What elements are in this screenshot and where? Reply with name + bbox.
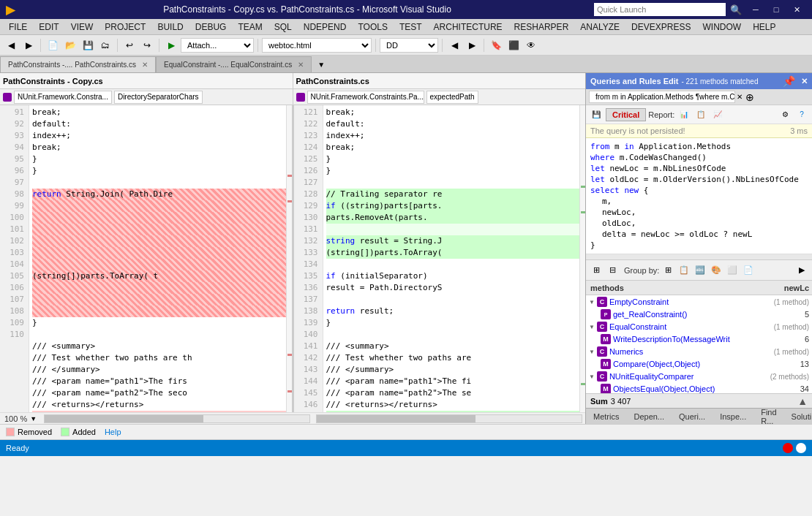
run-button[interactable]: ▶ bbox=[163, 37, 179, 53]
group-nunit-equality-header[interactable]: ▼ C NUnitEqualityComparer (2 methods) bbox=[586, 370, 812, 383]
close-button[interactable]: ✕ bbox=[787, 2, 806, 17]
report-btn2[interactable]: 📋 bbox=[693, 107, 708, 122]
report-btn3[interactable]: 📈 bbox=[710, 107, 725, 122]
ndepend-close-button[interactable]: ✕ bbox=[801, 77, 808, 86]
group-emptyconstraint-header[interactable]: ▼ C EmptyConstraint (1 method) bbox=[586, 295, 812, 308]
group-equalconstraint-header[interactable]: ▼ C EqualConstraint (1 method) bbox=[586, 320, 812, 333]
legend-help-link[interactable]: Help bbox=[105, 428, 121, 436]
left-method-dropdown[interactable]: DirectorySeparatorChars bbox=[114, 91, 203, 104]
tab-metrics[interactable]: Metrics bbox=[586, 411, 626, 422]
forward-button[interactable]: ▶ bbox=[20, 37, 37, 53]
right-line-140 bbox=[326, 329, 586, 341]
menu-edit[interactable]: EDIT bbox=[33, 20, 64, 34]
undo-button[interactable]: ↩ bbox=[121, 37, 138, 53]
save-all-button[interactable]: 🗂 bbox=[97, 37, 113, 53]
menu-ndepend[interactable]: NDEPEND bbox=[298, 20, 353, 34]
groupby-btn4[interactable]: 🎨 bbox=[709, 263, 723, 278]
left-class-dropdown[interactable]: NUnit.Framework.Constra... bbox=[14, 91, 112, 104]
ndepend-panel-title: Queries and Rules Edit bbox=[590, 77, 678, 86]
menu-team[interactable]: TEAM bbox=[232, 20, 268, 34]
right-method-dropdown[interactable]: expectedPath bbox=[426, 91, 478, 104]
minimize-button[interactable]: ─ bbox=[746, 2, 765, 17]
menu-test[interactable]: TEST bbox=[394, 20, 428, 34]
nav-forward-button[interactable]: ▶ bbox=[464, 37, 480, 53]
item-compare-obj[interactable]: M Compare(Object,Object) 13 bbox=[586, 358, 812, 370]
groupby-expand[interactable]: ▶ bbox=[794, 263, 809, 278]
query-scrollbar[interactable] bbox=[586, 254, 812, 260]
query-code[interactable]: from m in Application.Methods where m.Co… bbox=[586, 138, 812, 254]
query-tab-close[interactable]: ✕ bbox=[737, 93, 743, 101]
groupby-btn6[interactable]: 📄 bbox=[741, 263, 756, 278]
ndepend-pin-button[interactable]: 📌 bbox=[783, 75, 795, 87]
results-btn2[interactable]: ⊟ bbox=[605, 263, 620, 278]
right-code-header: PathConstraints.cs bbox=[293, 73, 586, 88]
menu-build[interactable]: BUILD bbox=[151, 20, 189, 34]
target-dropdown[interactable]: webtoc.html bbox=[262, 38, 372, 53]
query-tab[interactable]: from m in Application.Methods ¶where m.C… bbox=[589, 91, 735, 103]
item-objects-equal[interactable]: M ObjectsEqual(Object,Object) 34 bbox=[586, 383, 812, 393]
legend-bar: Removed Added Help bbox=[0, 424, 812, 440]
watch-button[interactable]: 👁 bbox=[523, 37, 539, 53]
new-button[interactable]: 📄 bbox=[45, 37, 61, 53]
menu-resharper[interactable]: RESHARPER bbox=[508, 20, 575, 34]
left-line-106: /// <param name="path2">The seco bbox=[32, 387, 292, 399]
zoom-dropdown-icon[interactable]: ▼ bbox=[30, 415, 37, 422]
tab-inspect[interactable]: Inspe... bbox=[713, 411, 753, 422]
menu-devexpress[interactable]: DEVEXPRESS bbox=[625, 20, 696, 34]
report-btn1[interactable]: 📊 bbox=[677, 107, 691, 122]
left-scrollbar[interactable] bbox=[44, 414, 310, 423]
menu-view[interactable]: VIEW bbox=[65, 20, 99, 34]
groupby-btn2[interactable]: 📋 bbox=[677, 263, 691, 278]
report-label: Report: bbox=[648, 110, 674, 119]
tab-findresults[interactable]: Find R... bbox=[753, 406, 783, 427]
tab-depend[interactable]: Depen... bbox=[626, 411, 672, 422]
tab-queries[interactable]: Queri... bbox=[672, 411, 713, 422]
compare-obj-name: Compare(Object,Object) bbox=[613, 360, 780, 368]
save-button[interactable]: 💾 bbox=[80, 37, 96, 53]
query-line-9: delta = newLoc >= oldLoc ? newL bbox=[590, 229, 808, 240]
menu-project[interactable]: PROJECT bbox=[99, 20, 151, 34]
query-tab-add[interactable]: ⊕ bbox=[745, 91, 754, 103]
save-button-ndepend[interactable]: 💾 bbox=[589, 107, 604, 122]
menu-help[interactable]: HELP bbox=[747, 20, 781, 34]
help-button[interactable]: ? bbox=[794, 107, 809, 122]
item-writedescription[interactable]: M WriteDescriptionTo(MessageWrit 6 bbox=[586, 333, 812, 345]
menu-window[interactable]: WINDOW bbox=[696, 20, 747, 34]
breakpoint-button[interactable]: ⬛ bbox=[505, 37, 522, 53]
menu-sql[interactable]: SQL bbox=[268, 20, 298, 34]
get-realconstraint-name: get_RealConstraint() bbox=[613, 310, 780, 319]
groupby-btn1[interactable]: ⊞ bbox=[661, 263, 675, 278]
item-get-realconstraint[interactable]: P get_RealConstraint() 5 bbox=[586, 308, 812, 320]
tab-equalconstraint-close[interactable]: ✕ bbox=[298, 61, 304, 69]
menu-architecture[interactable]: ARCHITECTURE bbox=[428, 20, 508, 34]
scroll-up-btn[interactable]: ▲ bbox=[797, 395, 808, 407]
critical-button[interactable]: Critical bbox=[606, 108, 646, 121]
redo-button[interactable]: ↪ bbox=[139, 37, 155, 53]
tab-equalconstraint[interactable]: EqualConstraint -.... EqualConstraint.cs… bbox=[156, 56, 312, 72]
right-line-130: parts.RemoveAt(parts. bbox=[326, 212, 586, 224]
groupby-btn5[interactable]: ⬜ bbox=[725, 263, 740, 278]
numerics-icon: C bbox=[597, 346, 607, 357]
tab-pathconstraints[interactable]: PathConstraints -.... PathConstraints.cs… bbox=[0, 56, 156, 72]
run-dropdown[interactable]: Attach... bbox=[181, 38, 254, 53]
menu-debug[interactable]: DEBUG bbox=[189, 20, 233, 34]
menu-tools[interactable]: TOOLS bbox=[352, 20, 393, 34]
nav-back-button[interactable]: ◀ bbox=[446, 37, 462, 53]
quick-launch-input[interactable] bbox=[594, 3, 726, 16]
settings-button[interactable]: ⚙ bbox=[778, 107, 792, 122]
config-dropdown[interactable]: DD bbox=[380, 38, 438, 53]
tab-pathconstraints-close[interactable]: ✕ bbox=[142, 61, 148, 69]
right-scrollbar[interactable] bbox=[316, 414, 582, 423]
bookmark-button[interactable]: 🔖 bbox=[488, 37, 504, 53]
maximize-button[interactable]: □ bbox=[767, 2, 786, 17]
menu-analyze[interactable]: ANALYZE bbox=[574, 20, 625, 34]
group-numerics-header[interactable]: ▼ C Numerics (1 method) bbox=[586, 345, 812, 358]
groupby-btn3[interactable]: 🔤 bbox=[693, 263, 707, 278]
tab-solution[interactable]: Soluti... bbox=[784, 411, 812, 422]
back-button[interactable]: ◀ bbox=[3, 37, 19, 53]
tab-dropdown-button[interactable]: ▼ bbox=[313, 56, 329, 72]
results-btn1[interactable]: ⊞ bbox=[589, 263, 604, 278]
open-button[interactable]: 📂 bbox=[62, 37, 78, 53]
right-class-dropdown[interactable]: NUnit.Framework.Constraints.Pa... bbox=[307, 91, 424, 104]
menu-file[interactable]: FILE bbox=[3, 20, 33, 34]
